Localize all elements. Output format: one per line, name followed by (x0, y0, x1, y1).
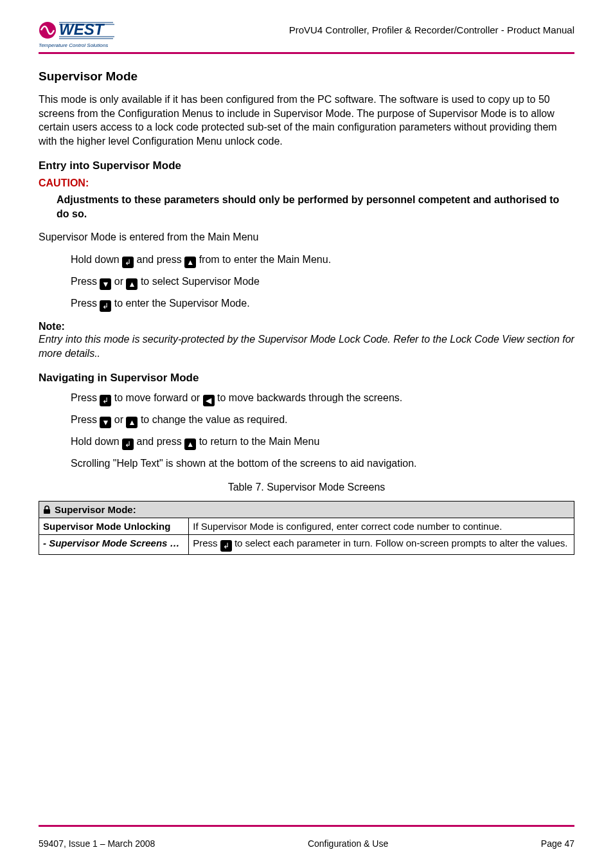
west-logo-icon: WEST (39, 19, 116, 41)
table-header-row: Supervisor Mode: (39, 501, 574, 518)
up-icon: ▲ (184, 257, 196, 268)
entry-steps: Hold down ↲ and press ▲ from to enter th… (71, 253, 574, 312)
entry-step-1: Hold down ↲ and press ▲ from to enter th… (71, 253, 574, 268)
nav-step-3: Hold down ↲ and press ▲ to return to the… (71, 435, 574, 450)
caution-body: Adjustments to these parameters should o… (57, 193, 574, 221)
intro-paragraph: This mode is only available if it has be… (39, 93, 574, 148)
note-body: Entry into this mode is security-protect… (39, 332, 574, 360)
table-row-desc: Press ↲ to select each parameter in turn… (189, 534, 574, 554)
lock-icon (43, 505, 51, 514)
footer-right: Page 47 (541, 838, 574, 849)
note-label: Note: (39, 321, 574, 332)
table-row: Supervisor Mode Unlocking If Supervisor … (39, 518, 574, 534)
up-icon: ▲ (126, 417, 138, 428)
nav-step-4: Scrolling "Help Text" is shown at the bo… (71, 457, 574, 471)
navigating-heading: Navigating in Supervisor Mode (39, 372, 574, 384)
entry-intro-line: Supervisor Mode is entered from the Main… (39, 230, 574, 244)
section-title: Supervisor Mode (39, 69, 574, 84)
enter-icon: ↲ (100, 300, 111, 312)
page-header: WEST Temperature Control Solutions ProVU… (39, 19, 574, 48)
svg-rect-6 (44, 509, 50, 514)
enter-icon: ↲ (100, 395, 111, 406)
entry-step-3: Press ↲ to enter the Supervisor Mode. (71, 296, 574, 312)
enter-icon: ↲ (220, 540, 232, 552)
nav-step-1: Press ↲ to move forward or ◀ to move bac… (71, 391, 574, 406)
page-footer: 59407, Issue 1 – March 2008 Configuratio… (39, 825, 574, 849)
entry-heading: Entry into Supervisor Mode (39, 159, 574, 172)
caution-label: CAUTION: (39, 177, 574, 189)
up-icon: ▲ (184, 439, 196, 450)
logo-tagline: Temperature Control Solutions (39, 42, 108, 48)
table-row-label: - Supervisor Mode Screens … (39, 534, 189, 554)
header-divider (39, 52, 574, 54)
table-row-label: Supervisor Mode Unlocking (39, 518, 189, 534)
supervisor-mode-table: Supervisor Mode: Supervisor Mode Unlocki… (39, 501, 574, 555)
enter-icon: ↲ (122, 257, 134, 268)
left-icon: ◀ (203, 395, 215, 406)
footer-center: Configuration & Use (308, 838, 388, 849)
up-icon: ▲ (126, 278, 138, 290)
enter-icon: ↲ (122, 439, 134, 450)
down-icon: ▼ (100, 278, 111, 290)
footer-divider (39, 825, 574, 827)
svg-text:WEST: WEST (59, 21, 105, 38)
down-icon: ▼ (100, 417, 111, 428)
footer-left: 59407, Issue 1 – March 2008 (39, 838, 155, 849)
table-row-desc: If Supervisor Mode is configured, enter … (189, 518, 574, 534)
entry-step-2: Press ▼ or ▲ to select Supervisor Mode (71, 275, 574, 290)
table-caption: Table 7. Supervisor Mode Screens (39, 482, 574, 493)
table-row: - Supervisor Mode Screens … Press ↲ to s… (39, 534, 574, 554)
navigating-steps: Press ↲ to move forward or ◀ to move bac… (71, 391, 574, 471)
document-title: ProVU4 Controller, Profiler & Recorder/C… (289, 19, 574, 35)
logo: WEST Temperature Control Solutions (39, 19, 116, 48)
nav-step-2: Press ▼ or ▲ to change the value as requ… (71, 413, 574, 428)
